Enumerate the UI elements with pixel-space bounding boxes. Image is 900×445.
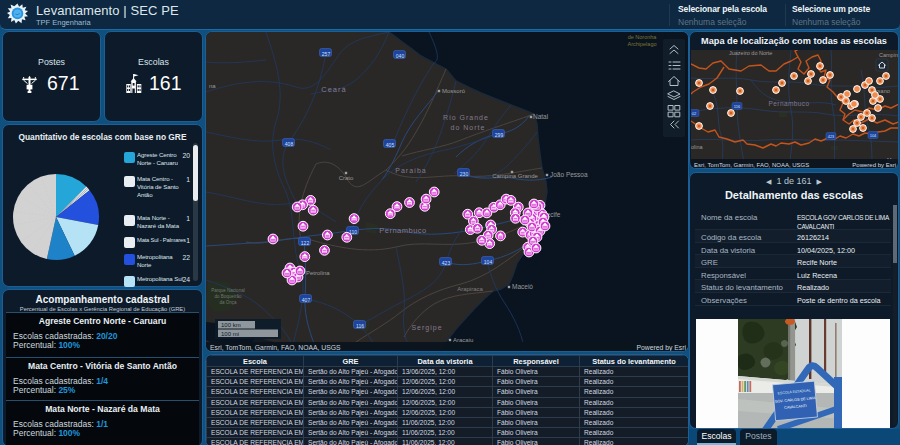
svg-text:116: 116 — [356, 323, 364, 329]
svg-text:Rio Grande: Rio Grande — [443, 114, 489, 121]
svg-text:100 mi: 100 mi — [221, 331, 239, 337]
svg-text:Powered by Esri: Powered by Esri — [637, 344, 687, 352]
svg-text:Pernambuco: Pernambuco — [379, 226, 427, 235]
svg-text:Esri, TomTom, Garmin, FAO, NOA: Esri, TomTom, Garmin, FAO, NOAA, USGS — [694, 162, 809, 168]
svg-text:02: 02 — [692, 111, 697, 116]
svg-text:104: 104 — [484, 259, 493, 265]
svg-text:Powered by Esri: Powered by Esri — [852, 162, 896, 168]
svg-text:da Onça: da Onça — [219, 300, 237, 305]
svg-text:Mossoró: Mossoró — [442, 88, 466, 94]
svg-text:Ceará: Ceará — [321, 85, 346, 94]
svg-text:Esri, TomTom, Garmin, FAO, NOA: Esri, TomTom, Garmin, FAO, NOAA, USGS — [210, 344, 341, 351]
svg-text:de Noronha: de Noronha — [628, 34, 658, 40]
svg-text:423: 423 — [828, 134, 835, 139]
svg-text:Campina: Campina — [879, 52, 899, 58]
svg-text:257: 257 — [322, 51, 331, 57]
svg-text:408: 408 — [285, 141, 294, 147]
svg-text:100 km: 100 km — [221, 322, 241, 328]
svg-text:116: 116 — [734, 104, 741, 109]
svg-text:Juazeiro do Norte: Juazeiro do Norte — [729, 50, 772, 56]
svg-text:Paraíba: Paraíba — [395, 167, 427, 174]
svg-text:Petrolina: Petrolina — [306, 270, 330, 276]
svg-text:Parque Nacional: Parque Nacional — [211, 288, 244, 293]
svg-text:407: 407 — [302, 297, 311, 303]
svg-text:Maceió: Maceió — [512, 283, 533, 290]
svg-text:104: 104 — [870, 133, 877, 138]
svg-text:do Boqueirão: do Boqueirão — [215, 294, 242, 299]
svg-text:na: na — [209, 83, 216, 89]
svg-text:Archipelago: Archipelago — [627, 41, 656, 47]
svg-text:405: 405 — [386, 142, 395, 148]
svg-text:do Norte: do Norte — [451, 124, 486, 131]
svg-text:040: 040 — [396, 53, 405, 59]
svg-text:Pernambuco: Pernambuco — [769, 100, 810, 107]
svg-text:299: 299 — [495, 132, 504, 138]
svg-text:Campina Grande: Campina Grande — [492, 173, 538, 179]
svg-text:Crato: Crato — [339, 175, 354, 181]
svg-text:423: 423 — [442, 260, 451, 266]
svg-text:Natal: Natal — [533, 113, 549, 120]
svg-text:olina: olina — [691, 144, 704, 150]
svg-text:122: 122 — [301, 240, 310, 246]
svg-text:Arapiraca: Arapiraca — [457, 286, 483, 292]
svg-text:João Pessoa: João Pessoa — [550, 171, 588, 178]
svg-text:230: 230 — [460, 171, 469, 177]
svg-text:Sergipe: Sergipe — [411, 324, 442, 332]
